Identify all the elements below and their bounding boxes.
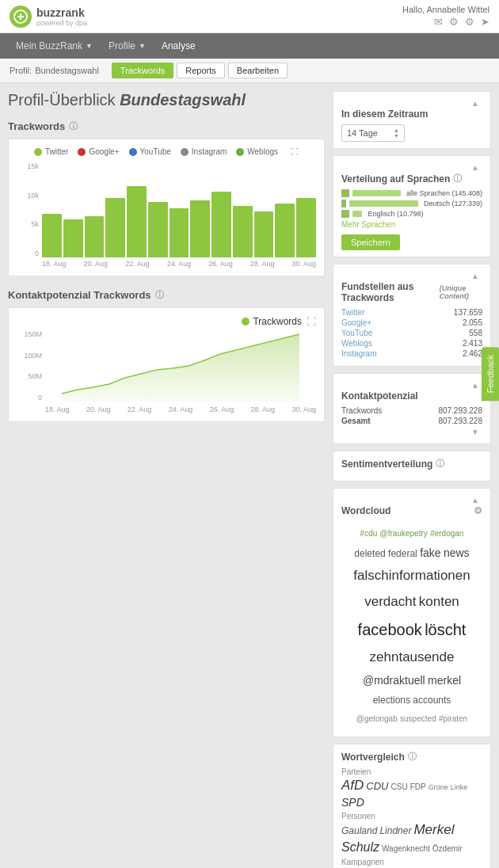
wv-word-fdp[interactable]: FDP [410,782,426,791]
fundstellen-name-googleplus: Google+ [341,318,371,327]
kontakt-legend: Trackwords ⛶ [17,316,316,327]
expand-icon[interactable]: ⛶ [291,147,299,156]
line-chart-svg [45,330,316,402]
breadcrumb: Profil: Bundestagswahl Trackwords Report… [0,59,499,83]
breadcrumb-tab-bearbeiten[interactable]: Bearbeiten [228,63,288,78]
bar-group [211,192,231,257]
kp-label-gesamt: Gesamt [341,417,371,425]
word-fraukepetry[interactable]: @fraukepetry [380,529,428,538]
info-icon-sentiment[interactable]: ⓘ [436,458,444,470]
word-piraten[interactable]: #piraten [439,714,467,723]
scroll-up-kp[interactable]: ▲ [341,380,482,390]
wv-word-gauland[interactable]: Gauland [341,825,377,836]
logout-icon[interactable]: ➤ [481,16,489,28]
checkbox-englisch[interactable] [341,210,349,218]
settings-icon[interactable]: ⚙ [465,16,474,28]
expand-icon-kontakt[interactable]: ⛶ [307,316,316,327]
legend-weblogs: Weblogs [236,147,278,156]
breadcrumb-tab-reports[interactable]: Reports [177,63,225,78]
wv-word-afd[interactable]: AfD [341,778,364,794]
legend-twitter: Twitter [34,147,68,156]
word-suspected[interactable]: suspected [400,714,436,723]
word-news[interactable]: news [444,546,470,559]
message-icon[interactable]: ✉ [434,16,443,28]
info-icon-wv[interactable]: ⓘ [408,751,417,763]
greeting: Hallo, Annabelle Wittel [402,5,489,14]
fundstellen-name-twitter: Twitter [341,308,364,317]
scroll-up-zeitraum[interactable]: ▲ [341,98,482,108]
fundstellen-instagram: Instagram 2.462 [341,349,482,358]
legend-youtube: YouTube [129,147,171,156]
word-loescht[interactable]: löscht [425,621,466,638]
feedback-tab[interactable]: Feedback [482,347,499,401]
scroll-down-kp[interactable]: ▼ [341,427,482,437]
word-facebook[interactable]: facebook [358,621,422,638]
chart-legend: Twitter Google+ YouTube Instagram Weblog… [17,147,316,156]
info-icon-sprachen[interactable]: ⓘ [453,173,462,185]
word-federal[interactable]: federal [388,548,417,559]
settings-icon-wc[interactable]: ⚙ [474,505,482,516]
main-content: Profil-Überblick Bundestagswahl Trackwor… [0,83,499,868]
lang-label-englisch: Englisch (10.798) [368,210,423,218]
word-accounts[interactable]: accounts [413,695,451,706]
bar-group [296,198,316,257]
scroll-up-sprachen[interactable]: ▲ [341,162,482,173]
nav-item-analyse[interactable]: Analyse [154,33,204,59]
kontakt-section-title: Kontaktpotenzial Trackwords ⓘ [8,289,325,301]
info-icon-kontakt[interactable]: ⓘ [155,289,164,301]
scroll-up-wc[interactable]: ▲ [341,495,482,505]
wv-parteien-label: Parteien [341,767,482,776]
save-button[interactable]: Speichern [341,234,400,250]
wordcloud-title: Wordcloud ⚙ [341,505,482,516]
wv-word-spd[interactable]: SPD [341,796,364,809]
bar-chart-bars [17,162,316,257]
wortvergleich-title: Wortvergleich ⓘ [341,751,482,763]
mehr-sprachen-link[interactable]: Mehr Sprachen [341,220,482,229]
word-cdu[interactable]: #cdu [360,529,378,538]
nav: Mein BuzzRank ▼ Profile ▼ Analyse [0,33,499,59]
breadcrumb-tab-trackwords[interactable]: Trackwords [112,63,173,78]
fundstellen-value-instagram: 2.462 [463,349,482,358]
word-getongab[interactable]: @getongab [356,714,398,723]
wv-word-gruene[interactable]: Grüne [429,783,448,791]
word-falschinformationen[interactable]: falschinformationen [353,568,470,583]
wortvergleich-section: Wortvergleich ⓘ Parteien AfD CDU CSU FDP… [333,744,491,868]
checkbox-deutsch[interactable] [341,200,346,207]
wv-word-wagenknecht[interactable]: Wagenknecht [382,844,430,853]
nav-item-profile[interactable]: Profile ▼ [101,33,154,59]
topbar-icons: ✉ ⚙ ⚙ ➤ [402,16,489,28]
legend-googleplus: Google+ [78,147,119,156]
zeitraum-select[interactable]: 14 Tage ▲▼ [341,124,482,142]
x-axis: 18. Aug 20. Aug 22. Aug 24. Aug 26. Aug … [17,260,316,268]
zeitraum-dropdown[interactable]: 14 Tage ▲▼ [341,124,405,142]
users-icon[interactable]: ⚙ [449,16,459,28]
kp-value-gesamt: 807.293.228 [438,417,482,425]
sprachen-list: alle Sprachen (145.408) Deutsch (127.339… [341,189,482,218]
wv-word-linke[interactable]: Linke [451,783,468,791]
word-fake[interactable]: fake [420,546,440,559]
word-zehntausende[interactable]: zehntausende [370,649,455,664]
bar-group [63,219,83,257]
word-konten[interactable]: konten [419,594,459,609]
bar-group [127,186,147,257]
word-elections[interactable]: elections [373,695,410,706]
wv-word-ozdemir[interactable]: Özdemir [432,844,463,853]
bar-group [105,198,125,257]
wordcloud-section: ▲ Wordcloud ⚙ #cdu @fraukepetry #erdogan… [333,488,491,737]
wv-word-csu[interactable]: CSU [391,782,408,791]
wv-word-lindner[interactable]: Lindner [379,825,411,836]
page-title: Profil-Überblick Bundestagswahl [8,91,325,109]
word-deleted[interactable]: deleted [354,548,385,559]
scroll-up-fundstellen[interactable]: ▲ [341,271,482,281]
word-erdogan[interactable]: #erdogan [430,529,463,538]
wv-word-schulz[interactable]: Schulz [341,840,379,855]
sprachen-item-alle: alle Sprachen (145.408) [341,189,482,197]
word-merkel-wc[interactable]: merkel [428,674,461,687]
word-verdacht[interactable]: verdacht [364,594,416,609]
word-mdraktuell[interactable]: @mdraktuell [363,674,425,687]
info-icon[interactable]: ⓘ [69,120,78,132]
wv-word-cdu[interactable]: CDU [366,780,388,792]
nav-item-meinbuzzrank[interactable]: Mein BuzzRank ▼ [8,33,101,59]
wv-word-merkel[interactable]: Merkel [413,822,454,838]
checkbox-alle[interactable] [341,189,349,197]
